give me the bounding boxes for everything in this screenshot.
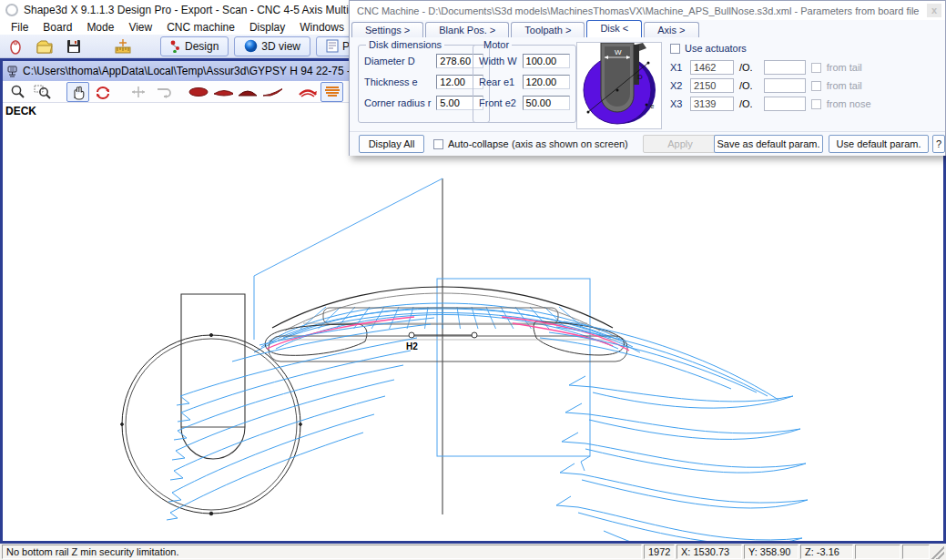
auto-collapse-label: Auto-collapse	[448, 138, 509, 149]
profile-view-icon[interactable]	[211, 82, 234, 102]
rail-pink-paths	[267, 317, 629, 351]
actuators-panel: Use actuators X1 1462 /O. from tail X2 2…	[670, 41, 871, 115]
diameter-label: Diameter D	[364, 56, 415, 66]
status-bar: No bottom rail Z min security limitation…	[0, 544, 946, 560]
outline-view-icon[interactable]	[187, 82, 209, 102]
plan-doc-icon	[326, 39, 339, 53]
front-e2-label: Front e2	[479, 97, 516, 108]
disk-tab-panel: Disk dimensions Diameter D 278.60 Thickn…	[350, 37, 945, 131]
dialog-title: CNC Machine - D:\Documents\S3d models\Ma…	[357, 5, 927, 16]
status-x: X: 1530.73	[676, 545, 742, 559]
status-y: Y: 358.90	[744, 545, 799, 559]
rotate-view-icon[interactable]	[91, 82, 114, 102]
auto-collapse-checkbox[interactable]	[433, 139, 443, 149]
3d-view-button-label: 3D view	[261, 40, 300, 53]
x2-offset-input[interactable]	[764, 78, 806, 93]
tab-blank-pos[interactable]: Blank Pos. >	[425, 22, 509, 37]
use-default-button[interactable]: Use default param.	[829, 135, 929, 153]
x2-label: X2	[670, 80, 685, 91]
rear-e1-label: Rear e1	[479, 76, 514, 87]
slice-view-icon[interactable]	[260, 82, 283, 102]
menu-display[interactable]: Display	[242, 20, 292, 35]
toolpath-layers-icon[interactable]	[320, 82, 343, 102]
deck-toolpath-sweeps	[254, 303, 640, 352]
width-input[interactable]: 100.00	[523, 54, 570, 68]
help-button[interactable]: ?	[932, 135, 945, 153]
save-default-button[interactable]: Save as default param.	[714, 135, 823, 153]
x1-input[interactable]: 1462	[690, 60, 734, 75]
status-spare-1	[855, 545, 900, 559]
menu-file[interactable]: File	[4, 20, 36, 35]
x1-o-label: /O.	[739, 62, 753, 73]
axis-note: (axis as shown on screen)	[512, 138, 628, 149]
resize-grip[interactable]	[931, 545, 944, 559]
use-actuators-checkbox[interactable]	[670, 44, 680, 54]
flip-vertical-icon[interactable]	[151, 82, 174, 102]
section-view-icon[interactable]	[236, 82, 259, 102]
x1-label: X1	[670, 62, 685, 73]
x3-from-nose-label: from nose	[827, 98, 871, 109]
thickness-label: Thickness e	[364, 76, 418, 87]
flip-horizontal-icon[interactable]	[127, 82, 149, 102]
disk-diagram: W D e	[576, 42, 662, 129]
pan-hand-icon[interactable]	[66, 82, 89, 102]
view-label: DECK	[5, 105, 36, 117]
status-spare-2	[902, 545, 930, 559]
tab-settings[interactable]: Settings >	[351, 22, 423, 37]
tab-disk[interactable]: Disk <	[586, 20, 642, 37]
dialog-titlebar[interactable]: CNC Machine - D:\Documents\S3d models\Ma…	[350, 1, 945, 20]
rear-e1-input[interactable]: 120.00	[523, 75, 570, 89]
tab-axis[interactable]: Axis >	[644, 22, 698, 37]
x1-offset-input[interactable]	[764, 60, 806, 75]
menu-cnc-machine[interactable]: CNC machine	[159, 20, 242, 35]
cnc-machine-dialog: CNC Machine - D:\Documents\S3d models\Ma…	[349, 0, 946, 156]
x2-from-tail-label: from tail	[827, 80, 862, 91]
save-icon[interactable]	[62, 36, 86, 56]
motor-group: Motor Width W 100.00 Rear e1 120.00 Fron…	[473, 39, 576, 123]
rotate-board-icon[interactable]	[296, 82, 319, 102]
width-label: Width W	[479, 56, 517, 66]
x3-from-nose-checkbox[interactable]	[811, 99, 821, 109]
display-all-button[interactable]: Display All	[359, 135, 424, 153]
cutter-disk	[121, 294, 302, 515]
x3-label: X3	[670, 98, 685, 109]
status-count: 1972	[644, 545, 675, 559]
drawing-canvas[interactable]: DECK	[3, 103, 943, 541]
status-message: No bottom rail Z min security limitation…	[2, 545, 642, 559]
x3-o-label: /O.	[739, 98, 753, 109]
menu-mode[interactable]: Mode	[79, 20, 121, 35]
apply-button[interactable]: Apply	[643, 135, 717, 153]
design-button-label: Design	[185, 40, 219, 53]
dialog-tabs: Settings > Blank Pos. > Toolpath > Disk …	[351, 20, 701, 37]
x1-from-tail-label: from tail	[827, 62, 862, 73]
disk-dimensions-group: Disk dimensions Diameter D 278.60 Thickn…	[358, 39, 490, 123]
x1-from-tail-checkbox[interactable]	[811, 63, 821, 73]
sphere-icon	[244, 39, 258, 53]
diagram-w-label: W	[615, 48, 622, 56]
front-e2-input[interactable]: 50.00	[523, 96, 570, 110]
zoom-window-icon[interactable]	[31, 82, 54, 102]
tab-toolpath[interactable]: Toolpath >	[511, 22, 585, 37]
close-icon[interactable]: x	[927, 4, 941, 17]
menu-board[interactable]: Board	[36, 20, 79, 35]
design-nodes-icon	[170, 40, 181, 53]
zoom-in-icon[interactable]	[6, 82, 29, 102]
menu-windows[interactable]: Windows	[292, 20, 351, 35]
disk-dimensions-title: Disk dimensions	[366, 39, 444, 50]
new-board-icon[interactable]	[4, 36, 27, 56]
diagram-d-label: D	[637, 73, 643, 81]
design-button[interactable]: Design	[160, 36, 229, 56]
x2-input[interactable]: 2150	[690, 78, 734, 93]
x2-from-tail-checkbox[interactable]	[811, 81, 821, 91]
menu-view[interactable]: View	[121, 20, 159, 35]
x2-o-label: /O.	[739, 80, 753, 91]
measure-icon[interactable]	[111, 36, 135, 56]
dialog-footer: Display All Auto-collapse (axis as shown…	[350, 131, 945, 156]
app-logo-icon	[5, 4, 18, 16]
open-folder-icon[interactable]	[33, 36, 56, 56]
x3-offset-input[interactable]	[764, 97, 806, 111]
x3-input[interactable]: 3139	[690, 97, 734, 111]
cnc-file-icon	[6, 66, 18, 77]
status-z: Z: -3.16	[800, 545, 853, 559]
3d-view-button[interactable]: 3D view	[234, 36, 310, 56]
